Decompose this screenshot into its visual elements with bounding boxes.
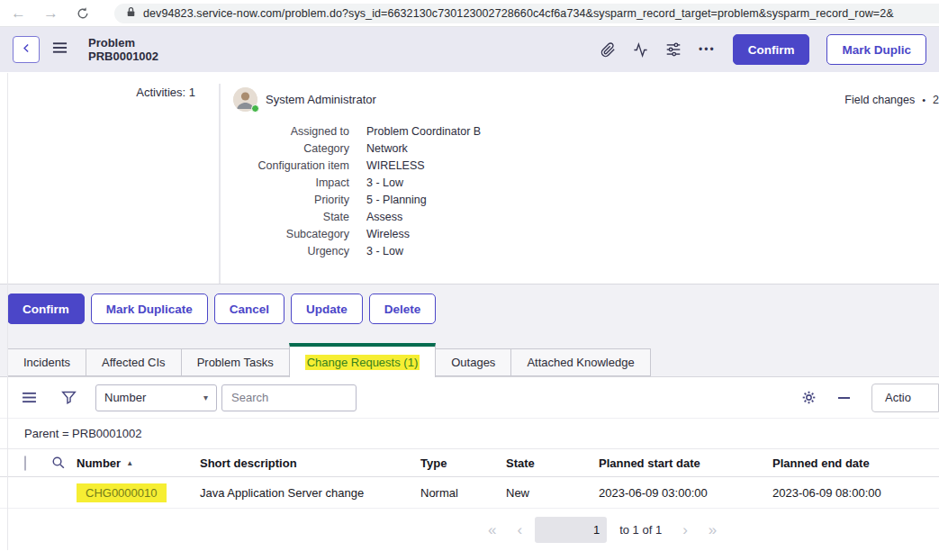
lock-icon bbox=[126, 5, 136, 22]
column-header-number[interactable]: Number ▲ bbox=[77, 456, 200, 470]
field-label: Configuration item bbox=[233, 159, 349, 172]
url-text: dev94823.service-now.com/problem.do?sys_… bbox=[143, 7, 894, 20]
cell-state: New bbox=[506, 486, 599, 500]
record-header: Problem PRB0001002 ••• bbox=[0, 27, 939, 72]
activity-section: Activities: 1 System Administrator Field… bbox=[0, 72, 939, 285]
more-options-icon[interactable]: ••• bbox=[699, 43, 716, 56]
browser-chrome: ← → dev94823.service-now.com/problem.do?… bbox=[0, 0, 939, 27]
record-type-label: Problem bbox=[88, 36, 158, 50]
form-footer: Confirm Mark Duplicate Cancel Update Del… bbox=[0, 285, 939, 347]
back-button[interactable] bbox=[13, 36, 40, 63]
tab-incidents[interactable]: Incidents bbox=[7, 348, 86, 376]
field-value: Wireless bbox=[366, 228, 939, 240]
list-pagination: « ‹ 1 to 1 of 1 › » bbox=[0, 509, 939, 551]
header-toolbar: ••• Confirm Mark Duplic bbox=[600, 34, 926, 65]
browser-back-icon[interactable]: ← bbox=[11, 5, 26, 21]
record-title: Problem PRB0001002 bbox=[88, 36, 158, 63]
field-label: Subcategory bbox=[233, 228, 349, 240]
cell-short-description: Java Application Server change bbox=[200, 486, 420, 500]
previous-page-icon[interactable]: ‹ bbox=[517, 522, 522, 537]
activity-user-name: System Administrator bbox=[266, 93, 376, 106]
search-field-value: Number bbox=[104, 391, 146, 404]
tab-change-requests[interactable]: Change Requests (1) bbox=[289, 343, 437, 377]
change-request-number-link[interactable]: CHG0000010 bbox=[77, 483, 167, 502]
related-lists-tabs: Incidents Affected CIs Problem Tasks Cha… bbox=[0, 347, 939, 377]
address-bar[interactable]: dev94823.service-now.com/problem.do?sys_… bbox=[114, 4, 939, 23]
sort-ascending-icon: ▲ bbox=[126, 459, 133, 467]
header-confirm-button[interactable]: Confirm bbox=[733, 34, 810, 65]
column-search-icon[interactable] bbox=[51, 456, 77, 470]
field-label: Assigned to bbox=[233, 125, 349, 138]
field-value: 3 - Low bbox=[366, 245, 939, 257]
pagination-range-label: to 1 of 1 bbox=[619, 523, 662, 537]
cancel-button[interactable]: Cancel bbox=[214, 294, 284, 324]
changed-fields-list: Assigned to Problem Coordinator B Catego… bbox=[233, 125, 939, 257]
delete-button[interactable]: Delete bbox=[369, 294, 437, 324]
chevron-left-icon bbox=[21, 41, 32, 58]
update-button[interactable]: Update bbox=[291, 294, 363, 324]
form-action-bar: Confirm Mark Duplicate Cancel Update Del… bbox=[7, 294, 939, 324]
avatar bbox=[233, 87, 257, 112]
field-value: Problem Coordinator B bbox=[366, 125, 939, 138]
tab-attached-knowledge[interactable]: Attached Knowledge bbox=[510, 348, 650, 376]
cell-planned-end-date: 2023-06-09 08:00:00 bbox=[772, 486, 939, 500]
breadcrumb[interactable]: Parent = PRB0001002 bbox=[0, 419, 939, 449]
tab-problem-tasks[interactable]: Problem Tasks bbox=[181, 348, 290, 376]
filter-icon[interactable] bbox=[61, 390, 77, 405]
browser-forward-icon[interactable]: → bbox=[43, 5, 59, 21]
activities-count-label: Activities: 1 bbox=[0, 84, 195, 284]
activity-entry: System Administrator Field changes • 2 A… bbox=[219, 84, 939, 284]
left-edge-divider bbox=[7, 73, 8, 550]
list-toolbar: Number ▾ Actio bbox=[0, 377, 939, 419]
cell-type: Normal bbox=[420, 486, 506, 500]
field-label: State bbox=[233, 211, 349, 223]
tab-outages[interactable]: Outages bbox=[435, 348, 511, 376]
field-label: Priority bbox=[233, 194, 349, 206]
field-label: Category bbox=[233, 142, 349, 155]
presence-indicator bbox=[251, 104, 259, 113]
table-row: CHG0000010 Java Application Server chang… bbox=[0, 477, 939, 509]
field-value: Network bbox=[366, 142, 939, 155]
next-page-icon[interactable]: › bbox=[682, 522, 688, 537]
field-changes-label: Field changes bbox=[844, 94, 915, 106]
field-label: Impact bbox=[233, 176, 349, 189]
tab-affected-cis[interactable]: Affected CIs bbox=[86, 348, 182, 376]
first-page-icon[interactable]: « bbox=[488, 522, 496, 537]
paperclip-icon[interactable] bbox=[600, 42, 616, 58]
list-search-input[interactable] bbox=[221, 384, 357, 411]
field-changes-count: 2 bbox=[933, 94, 939, 106]
column-header-planned-start-date[interactable]: Planned start date bbox=[599, 456, 772, 470]
column-header-type[interactable]: Type bbox=[420, 456, 506, 470]
personalize-form-icon[interactable] bbox=[665, 42, 682, 57]
servicenow-window: ← → dev94823.service-now.com/problem.do?… bbox=[0, 0, 939, 560]
select-all-checkbox[interactable] bbox=[24, 456, 26, 471]
field-value: 5 - Planning bbox=[366, 194, 939, 206]
field-value: WIRELESS bbox=[366, 159, 939, 172]
column-header-state[interactable]: State bbox=[506, 456, 599, 470]
activity-entry-meta: Field changes • 2 bbox=[844, 94, 939, 106]
column-header-planned-end-date[interactable]: Planned end date bbox=[772, 456, 939, 470]
column-header-short-description[interactable]: Short description bbox=[200, 456, 420, 470]
gear-icon[interactable] bbox=[801, 390, 817, 405]
list-toolbar-right: Actio bbox=[801, 384, 939, 412]
list-menu-icon[interactable] bbox=[22, 392, 37, 403]
field-label: Urgency bbox=[233, 245, 349, 257]
field-value: Assess bbox=[366, 211, 939, 223]
confirm-button[interactable]: Confirm bbox=[7, 294, 85, 324]
actions-button[interactable]: Actio bbox=[871, 384, 939, 412]
collapse-list-icon[interactable] bbox=[838, 397, 850, 399]
cell-planned-start-date: 2023-06-09 03:00:00 bbox=[599, 486, 772, 500]
activity-stream-icon[interactable] bbox=[633, 42, 648, 58]
record-number-label: PRB0001002 bbox=[88, 50, 158, 63]
bullet-separator-icon: • bbox=[922, 95, 925, 105]
chevron-down-icon: ▾ bbox=[203, 393, 208, 402]
search-field-select[interactable]: Number ▾ bbox=[95, 384, 217, 411]
context-menu-icon[interactable] bbox=[52, 41, 68, 58]
last-page-icon[interactable]: » bbox=[709, 522, 717, 537]
mark-duplicate-button[interactable]: Mark Duplicate bbox=[91, 294, 208, 324]
field-value: 3 - Low bbox=[366, 176, 939, 189]
current-row-input[interactable]: 1 bbox=[535, 517, 607, 543]
header-mark-duplicate-button[interactable]: Mark Duplic bbox=[826, 34, 926, 65]
browser-refresh-icon[interactable] bbox=[76, 6, 90, 21]
table-header-row: Number ▲ Short description Type State Pl… bbox=[0, 449, 939, 477]
